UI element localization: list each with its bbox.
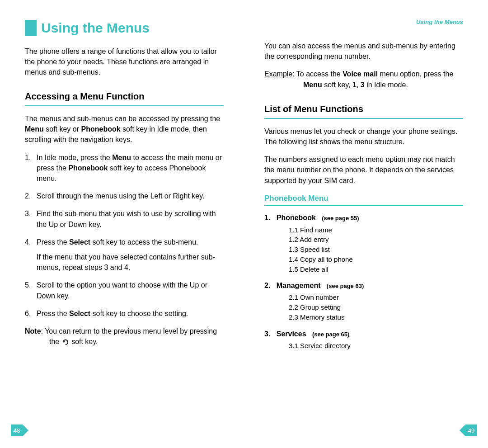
menu-number: 3. bbox=[264, 330, 270, 338]
intro-paragraph: The phone offers a range of functions th… bbox=[25, 46, 224, 78]
menu-title: Phonebook bbox=[277, 214, 316, 222]
menu-title: Services bbox=[277, 330, 306, 338]
bold-text: Menu bbox=[303, 81, 322, 89]
step-number: 2. bbox=[25, 191, 31, 201]
list-item: 2.2 Group setting bbox=[289, 302, 463, 312]
menu-ref: (see page 55) bbox=[322, 215, 359, 222]
title-square-icon bbox=[25, 20, 37, 36]
note-label: Note bbox=[25, 327, 41, 335]
list-item: 3. Find the sub-menu that you wish to us… bbox=[25, 208, 224, 229]
list-paragraph-1: Various menus let you check or change yo… bbox=[264, 126, 463, 147]
phonebook-group-title: Phonebook Menu bbox=[264, 193, 463, 207]
menu-title: Management bbox=[277, 282, 321, 289]
section-title-list: List of Menu Functions bbox=[264, 103, 463, 119]
step-number: 5. bbox=[25, 280, 31, 290]
steps-list: 1. In Idle mode, press the Menu to acces… bbox=[25, 152, 224, 319]
list-item: 4. Press the Select soft key to access t… bbox=[25, 237, 224, 273]
list-item: 1.3 Speed list bbox=[289, 245, 463, 255]
text-fragment: Press the bbox=[37, 238, 69, 246]
step-sub-paragraph: If the menu that you have selected conta… bbox=[37, 252, 224, 273]
back-arrow-icon bbox=[61, 338, 70, 346]
page-number-badge: 49 bbox=[465, 424, 477, 436]
menu-heading: 1. Phonebook (see page 55) bbox=[264, 212, 463, 223]
page-number-badge: 48 bbox=[11, 424, 23, 436]
text-fragment: soft key to choose the setting. bbox=[90, 310, 188, 317]
text-fragment: In Idle mode, press the bbox=[37, 154, 112, 161]
list-item: 1.4 Copy all to phone bbox=[289, 255, 463, 264]
text-fragment: soft key or bbox=[44, 125, 81, 133]
list-item: 2.1 Own number bbox=[289, 292, 463, 302]
list-item: 1.5 Delete all bbox=[289, 264, 463, 274]
list-paragraph-2: The numbers assigned to each menu option… bbox=[264, 154, 463, 186]
list-item: 3.1 Service directory bbox=[289, 341, 463, 351]
text-fragment: , bbox=[357, 81, 361, 89]
menu-ref: (see page 63) bbox=[327, 283, 364, 289]
bold-phonebook: Phonebook bbox=[81, 125, 120, 133]
title-block: Using the Menus bbox=[25, 18, 224, 38]
text-fragment: The menus and sub-menus can be accessed … bbox=[25, 115, 220, 123]
menu-section-management: 2. Management (see page 63) 2.1 Own numb… bbox=[264, 280, 463, 322]
text-fragment: soft key. bbox=[70, 338, 98, 345]
list-item: 5. Scroll to the option you want to choo… bbox=[25, 280, 224, 301]
bold-text: Voice mail bbox=[343, 70, 378, 78]
page-number: 49 bbox=[465, 427, 477, 435]
menu-items-list: 2.1 Own number 2.2 Group setting 2.3 Mem… bbox=[264, 292, 463, 322]
menu-number: 1. bbox=[264, 214, 270, 222]
left-page: Using the Menus The phone offers a range… bbox=[0, 0, 244, 448]
text-fragment: soft key, bbox=[322, 81, 352, 89]
bold-text: Select bbox=[69, 238, 90, 246]
bold-menu: Menu bbox=[25, 125, 44, 133]
menu-section-services: 3. Services (see page 65) 3.1 Service di… bbox=[264, 329, 463, 351]
note-paragraph: Note: You can return to the previous men… bbox=[25, 326, 224, 347]
list-item: 1.1 Find name bbox=[289, 225, 463, 235]
list-item: 1. In Idle mode, press the Menu to acces… bbox=[25, 152, 224, 184]
spread: Using the Menus The phone offers a range… bbox=[0, 0, 488, 448]
menu-heading: 2. Management (see page 63) bbox=[264, 280, 463, 291]
text-fragment: soft key to access the sub-menu. bbox=[90, 238, 198, 246]
menu-section-phonebook: 1. Phonebook (see page 55) 1.1 Find name… bbox=[264, 212, 463, 274]
text-fragment: in Idle mode. bbox=[365, 81, 408, 89]
right-intro-paragraph: You can also access the menus and sub-me… bbox=[264, 41, 463, 61]
menu-number: 2. bbox=[264, 282, 270, 289]
list-item: 6. Press the Select soft key to choose t… bbox=[25, 308, 224, 319]
menu-items-list: 3.1 Service directory bbox=[264, 341, 463, 351]
text-fragment: Press the bbox=[37, 310, 69, 317]
page-title: Using the Menus bbox=[41, 18, 150, 38]
page-number: 48 bbox=[11, 427, 23, 435]
running-header: Using the Menus bbox=[416, 18, 463, 27]
section-title-access: Accessing a Menu Function bbox=[25, 90, 224, 106]
step-number: 1. bbox=[25, 152, 31, 163]
text-fragment: Scroll through the menus using the Left … bbox=[37, 192, 204, 200]
list-item: 1.2 Add entry bbox=[289, 235, 463, 245]
access-paragraph: The menus and sub-menus can be accessed … bbox=[25, 113, 224, 145]
bold-text: 1 bbox=[352, 81, 357, 89]
example-label: Example bbox=[264, 70, 292, 78]
text-fragment: Scroll to the option you want to choose … bbox=[37, 281, 207, 299]
step-number: 6. bbox=[25, 308, 31, 319]
menu-heading: 3. Services (see page 65) bbox=[264, 329, 463, 339]
list-item: 2. Scroll through the menus using the Le… bbox=[25, 191, 224, 201]
example-paragraph: Example: To access the Voice mail menu o… bbox=[264, 69, 463, 90]
step-number: 4. bbox=[25, 237, 31, 247]
text-fragment: Find the sub-menu that you wish to use b… bbox=[37, 210, 216, 228]
text-fragment: menu option, press the bbox=[378, 70, 453, 78]
bold-text: 3 bbox=[361, 81, 365, 89]
bold-text: Phonebook bbox=[68, 164, 108, 172]
right-page: Using the Menus You can also access the … bbox=[244, 0, 488, 448]
text-fragment: : To access the bbox=[292, 70, 343, 78]
list-item: 2.3 Memory status bbox=[289, 312, 463, 322]
bold-text: Select bbox=[69, 310, 90, 317]
step-number: 3. bbox=[25, 208, 31, 219]
menu-ref: (see page 65) bbox=[312, 331, 349, 338]
menu-items-list: 1.1 Find name 1.2 Add entry 1.3 Speed li… bbox=[264, 225, 463, 274]
bold-text: Menu bbox=[112, 154, 131, 161]
